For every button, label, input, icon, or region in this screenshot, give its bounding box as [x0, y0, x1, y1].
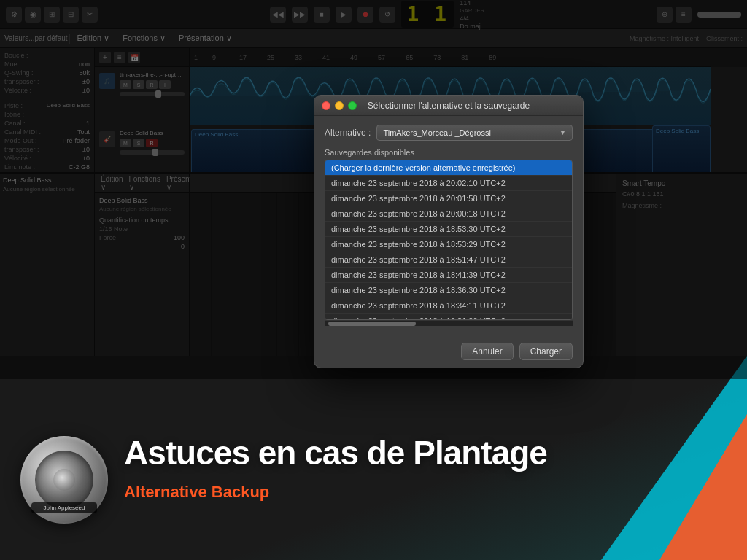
- saves-item-4[interactable]: dimanche 23 septembre 2018 à 18:53:30 UT…: [325, 222, 572, 237]
- traffic-lights: [322, 101, 357, 110]
- close-window-btn[interactable]: [322, 101, 330, 110]
- saves-item-7[interactable]: dimanche 23 septembre 2018 à 18:41:39 UT…: [325, 268, 572, 283]
- saves-item-9[interactable]: dimanche 23 septembre 2018 à 18:34:11 UT…: [325, 298, 572, 314]
- bottom-overlay: John Appleseed Astuces en cas de Plantag…: [0, 356, 747, 560]
- modal-footer: Annuler Charger: [314, 335, 583, 368]
- coral-triangle: [659, 414, 747, 560]
- saves-list[interactable]: (Charger la dernière version alternative…: [325, 160, 573, 320]
- scrollbar-thumb[interactable]: [328, 322, 416, 326]
- logo-label-text: John Appleseed: [36, 505, 93, 511]
- cancel-button[interactable]: Annuler: [461, 343, 513, 360]
- saves-item-10[interactable]: dimanche 23 septembre 2018 à 18:31:20 UT…: [325, 314, 572, 320]
- alternative-dropdown-value: TimAkers_Morceau _Dégrossi: [383, 128, 491, 137]
- sub-headline: Alternative Backup: [124, 483, 269, 502]
- alternative-row: Alternative : TimAkers_Morceau _Dégrossi…: [325, 125, 573, 141]
- alternative-label: Alternative :: [325, 128, 371, 138]
- saves-item-1[interactable]: dimanche 23 septembre 2018 à 20:02:10 UT…: [325, 176, 572, 191]
- saves-item-6[interactable]: dimanche 23 septembre 2018 à 18:51:47 UT…: [325, 252, 572, 268]
- logo-label: John Appleseed: [31, 502, 97, 513]
- scrollbar-area: [325, 320, 573, 326]
- modal-body: Alternative : TimAkers_Morceau _Dégrossi…: [314, 116, 583, 335]
- modal-titlebar: Sélectionner l'alternative et la sauvega…: [314, 96, 583, 116]
- maximize-window-btn[interactable]: [348, 101, 357, 110]
- modal-title: Sélectionner l'alternative et la sauvega…: [368, 101, 530, 111]
- saves-item-2[interactable]: dimanche 23 septembre 2018 à 20:01:58 UT…: [325, 191, 572, 206]
- minimize-window-btn[interactable]: [335, 101, 344, 110]
- modal-dialog: Sélectionner l'alternative et la sauvega…: [314, 95, 584, 368]
- saves-item-3[interactable]: dimanche 23 septembre 2018 à 20:00:18 UT…: [325, 206, 572, 222]
- saves-item-0[interactable]: (Charger la dernière version alternative…: [325, 160, 572, 176]
- main-headline: Astuces en cas de Plantage: [124, 433, 547, 472]
- alternative-dropdown[interactable]: TimAkers_Morceau _Dégrossi ▼: [376, 125, 573, 141]
- saves-item-5[interactable]: dimanche 23 septembre 2018 à 18:53:29 UT…: [325, 237, 572, 252]
- load-button[interactable]: Charger: [519, 343, 573, 360]
- saves-section-label: Sauvegardes disponibles: [325, 148, 573, 157]
- saves-item-8[interactable]: dimanche 23 septembre 2018 à 18:36:30 UT…: [325, 283, 572, 298]
- logic-pro-logo: John Appleseed: [20, 436, 108, 524]
- dropdown-arrow-icon: ▼: [560, 129, 566, 136]
